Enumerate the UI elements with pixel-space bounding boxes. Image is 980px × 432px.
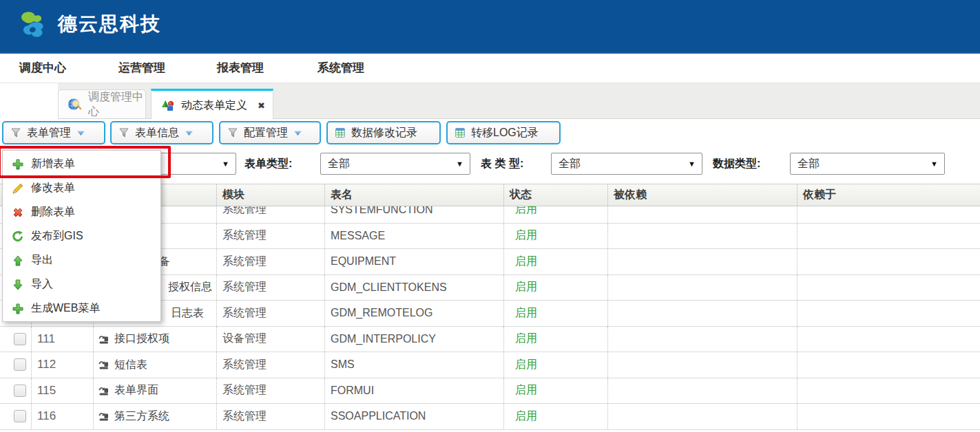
- header-depends-on-col: 依赖于: [797, 184, 980, 206]
- row-checkbox[interactable]: [14, 385, 26, 397]
- status-badge: 启用: [503, 224, 607, 249]
- cell-module: 系统管理: [216, 206, 324, 223]
- cell-table-name: GDM_CLIENTTOKENS: [324, 275, 503, 301]
- table-type-select[interactable]: 全部 ▼: [551, 153, 702, 175]
- globe-search-icon: [67, 97, 82, 111]
- tab-strip-spacer: [0, 83, 58, 119]
- tab-dispatch-management[interactable]: 调度管理中心: [58, 89, 146, 118]
- nav-item-reports[interactable]: 报表管理: [217, 54, 264, 83]
- arrow-down-icon: [12, 279, 24, 291]
- funnel-icon: [118, 127, 129, 138]
- tab-label: 动态表单定义: [181, 98, 247, 113]
- cell-module: 系统管理: [216, 275, 324, 301]
- row-checkbox[interactable]: [14, 333, 26, 345]
- cell-name: 接口授权项: [114, 332, 169, 346]
- select-caret-icon: ▼: [688, 160, 696, 168]
- table-row[interactable]: 112 短信表 系统管理 SMS 启用: [0, 352, 980, 378]
- transfer-log-button[interactable]: 转移LOG记录: [446, 121, 561, 144]
- menu-item-add-form[interactable]: 新增表单: [3, 152, 160, 176]
- plus-icon: [12, 303, 24, 315]
- cell-table-name: SYSTEMFUNCTION: [324, 206, 503, 223]
- select-caret-icon: ▼: [930, 160, 938, 168]
- select-caret-icon: ▼: [222, 160, 229, 168]
- cell-table-name: SSOAPPLICATION: [324, 404, 503, 429]
- cell-name: 短信表: [114, 358, 147, 372]
- table-row[interactable]: 116 第三方系统 系统管理 SSOAPPLICATION 启用: [0, 404, 980, 430]
- tab-strip: 调度管理中心 动态表单定义 ✖: [0, 83, 980, 119]
- cell-name: 表单界面: [114, 383, 158, 398]
- form-type-label: 表单类型:: [244, 153, 292, 175]
- status-badge: 启用: [503, 378, 607, 404]
- status-badge: 启用: [503, 404, 607, 429]
- spreadsheet-icon: [335, 127, 346, 138]
- form-type-select[interactable]: 全部 ▼: [320, 153, 470, 175]
- tab-label: 调度管理中心: [88, 90, 145, 119]
- chevron-down-icon: [293, 130, 302, 136]
- cell-table-name: GDM_REMOTELOG: [324, 301, 503, 326]
- header-status-col: 状态: [503, 184, 607, 206]
- menu-item-export[interactable]: 导出: [3, 248, 160, 272]
- funnel-icon: [10, 127, 21, 138]
- tab-close-icon[interactable]: ✖: [258, 101, 265, 110]
- cell-table-name: MESSAGE: [324, 224, 503, 249]
- form-entity-icon: [98, 359, 110, 370]
- cell-module: 系统管理: [216, 352, 324, 378]
- menu-item-delete-form[interactable]: 删除表单: [3, 200, 160, 224]
- menu-item-generate-web-menu[interactable]: 生成WEB菜单: [3, 296, 160, 321]
- header-depended-by-col: 被依赖: [607, 184, 797, 206]
- delete-x-icon: [12, 206, 24, 219]
- cell-table-name: EQUIPMENT: [324, 249, 503, 274]
- cell-module: 系统管理: [216, 378, 324, 404]
- menu-item-edit-form[interactable]: 修改表单: [3, 176, 160, 200]
- tab-dynamic-form-definition[interactable]: 动态表单定义 ✖: [151, 89, 273, 120]
- status-badge: 启用: [503, 327, 607, 352]
- chevron-down-icon: [76, 130, 85, 136]
- data-change-log-button[interactable]: 数据修改记录: [326, 121, 441, 144]
- config-management-button[interactable]: 配置管理: [219, 121, 321, 144]
- chevron-down-icon: [185, 130, 194, 136]
- form-management-button[interactable]: 表单管理: [2, 121, 105, 144]
- header-tablename-col: 表名: [324, 184, 503, 206]
- cell-module: 系统管理: [216, 301, 324, 326]
- pencil-icon: [12, 182, 24, 195]
- status-badge: 启用: [503, 206, 607, 223]
- cell-table-name: FORMUI: [324, 378, 503, 404]
- nav-item-operations[interactable]: 运营管理: [118, 54, 165, 83]
- status-badge: 启用: [503, 275, 607, 301]
- cell-module: 系统管理: [216, 224, 324, 249]
- status-badge: 启用: [503, 301, 607, 326]
- form-entity-icon: [98, 411, 110, 422]
- funnel-icon: [227, 127, 238, 138]
- menu-item-import[interactable]: 导入: [3, 272, 160, 296]
- data-type-label: 数据类型:: [713, 153, 760, 175]
- form-management-menu: 新增表单 修改表单 删除表单 发布到GIS 导出 导入 生成WEB菜单: [2, 150, 161, 322]
- nav-item-system[interactable]: 系统管理: [317, 54, 364, 83]
- cell-name-fragment: 授权信息: [168, 280, 212, 294]
- row-checkbox[interactable]: [14, 358, 26, 371]
- table-row[interactable]: 111 接口授权项 设备管理 GDM_INTERPOLICY 启用: [0, 327, 980, 353]
- form-info-button[interactable]: 表单信息: [110, 121, 213, 144]
- cell-module: 系统管理: [216, 404, 324, 429]
- spreadsheet-icon: [455, 127, 466, 138]
- table-row[interactable]: 115 表单界面 系统管理 FORMUI 启用: [0, 378, 980, 404]
- shapes-icon: [161, 98, 175, 112]
- menu-item-publish-gis[interactable]: 发布到GIS: [3, 224, 160, 248]
- cloud-logo-icon: [19, 10, 51, 39]
- form-entity-icon: [98, 385, 110, 396]
- table-type-label: 表 类 型:: [481, 153, 523, 175]
- cell-module: 设备管理: [216, 327, 324, 352]
- cell-name: 第三方系统: [114, 409, 169, 424]
- nav-item-dispatch-center[interactable]: 调度中心: [19, 54, 66, 83]
- cell-table-name: GDM_INTERPOLICY: [324, 327, 503, 352]
- brand-name: 德云思科技: [58, 11, 161, 37]
- cell-name-fragment: 日志表: [171, 306, 204, 321]
- row-checkbox[interactable]: [14, 410, 26, 422]
- arrow-up-icon: [12, 255, 24, 267]
- data-type-select[interactable]: 全部 ▼: [790, 153, 945, 175]
- app-window: 德云思科技 调度中心 运营管理 报表管理 系统管理 调度管理中心: [0, 0, 980, 432]
- cell-table-name: SMS: [324, 352, 503, 378]
- main-nav: 调度中心 运营管理 报表管理 系统管理: [0, 54, 980, 83]
- header-module-col: 模块: [216, 184, 324, 206]
- brand-logo: 德云思科技: [19, 10, 161, 39]
- publish-refresh-icon: [12, 230, 24, 243]
